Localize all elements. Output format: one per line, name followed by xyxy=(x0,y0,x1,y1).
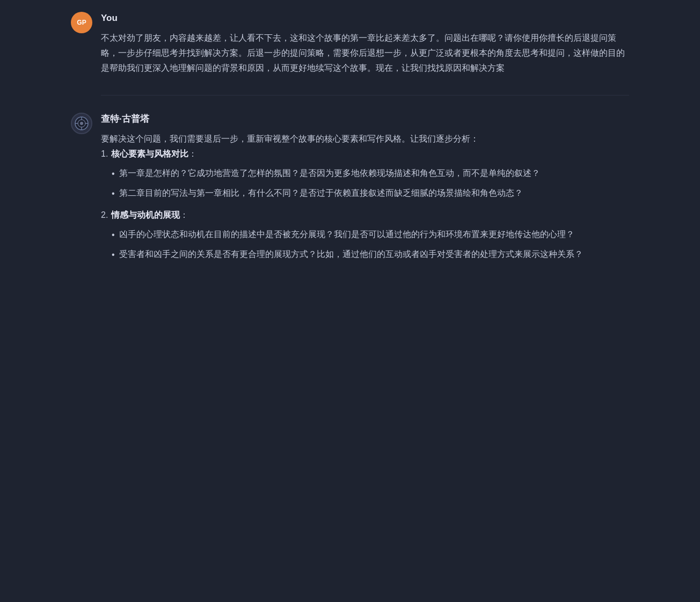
section-2-header: 2. 情感与动机的展现： xyxy=(101,208,629,223)
ai-avatar-icon xyxy=(74,116,89,131)
section-1-number: 1. xyxy=(101,146,108,161)
section-2-bullet-1-text: 凶手的心理状态和动机在目前的描述中是否被充分展现？我们是否可以通过他的行为和环境… xyxy=(119,227,574,243)
user-message-text: 不太对劲了朋友，内容越来越差，让人看不下去，这和这个故事的第一章比起来差太多了。… xyxy=(101,31,629,76)
ai-message-content: 查特·古普塔 要解决这个问题，我们需要退后一步，重新审视整个故事的核心要素和写作… xyxy=(101,112,629,269)
user-message: GP You 不太对劲了朋友，内容越来越差，让人看不下去，这和这个故事的第一章比… xyxy=(71,11,629,76)
user-avatar: GP xyxy=(71,12,92,33)
divider xyxy=(101,95,629,96)
bullet-dot-4: • xyxy=(112,247,115,262)
ai-sections-list: 1. 核心要素与风格对比： • 第一章是怎样的？它成功地营造了怎样的氛围？是否因… xyxy=(101,146,629,262)
section-1-bullet-1: • 第一章是怎样的？它成功地营造了怎样的氛围？是否因为更多地依赖现场描述和角色互… xyxy=(112,166,629,181)
section-1-bullets: • 第一章是怎样的？它成功地营造了怎样的氛围？是否因为更多地依赖现场描述和角色互… xyxy=(112,166,629,201)
section-1-bullet-2-text: 第二章目前的写法与第一章相比，有什么不同？是否过于依赖直接叙述而缺乏细腻的场景描… xyxy=(119,186,523,201)
bullet-dot-3: • xyxy=(112,227,115,243)
section-2-colon: ： xyxy=(180,210,188,219)
section-2-bullet-2: • 受害者和凶手之间的关系是否有更合理的展现方式？比如，通过他们的互动或者凶手对… xyxy=(112,247,629,262)
svg-point-2 xyxy=(80,122,83,125)
ai-avatar xyxy=(71,113,92,134)
ai-name: 查特·古普塔 xyxy=(101,112,629,127)
user-name: You xyxy=(101,11,629,26)
ai-intro-text: 要解决这个问题，我们需要退后一步，重新审视整个故事的核心要素和写作风格。让我们逐… xyxy=(101,131,629,262)
chat-container: GP You 不太对劲了朋友，内容越来越差，让人看不下去，这和这个故事的第一章比… xyxy=(55,0,645,299)
section-2-number: 2. xyxy=(101,208,108,223)
section-2-bullet-2-text: 受害者和凶手之间的关系是否有更合理的展现方式？比如，通过他们的互动或者凶手对受害… xyxy=(119,247,583,262)
section-2: 2. 情感与动机的展现： • 凶手的心理状态和动机在目前的描述中是否被充分展现？… xyxy=(101,208,629,262)
user-message-content: You 不太对劲了朋友，内容越来越差，让人看不下去，这和这个故事的第一章比起来差… xyxy=(101,11,629,76)
section-1-bullet-1-text: 第一章是怎样的？它成功地营造了怎样的氛围？是否因为更多地依赖现场描述和角色互动，… xyxy=(119,166,540,181)
user-avatar-initials: GP xyxy=(77,17,86,28)
section-1-title: 核心要素与风格对比 xyxy=(111,149,188,158)
section-2-title: 情感与动机的展现 xyxy=(111,210,180,219)
section-1-header: 1. 核心要素与风格对比： xyxy=(101,146,629,161)
ai-avatar-inner xyxy=(72,114,91,133)
section-2-bullets: • 凶手的心理状态和动机在目前的描述中是否被充分展现？我们是否可以通过他的行为和… xyxy=(112,227,629,262)
section-1: 1. 核心要素与风格对比： • 第一章是怎样的？它成功地营造了怎样的氛围？是否因… xyxy=(101,146,629,201)
section-1-bullet-2: • 第二章目前的写法与第一章相比，有什么不同？是否过于依赖直接叙述而缺乏细腻的场… xyxy=(112,186,629,201)
bullet-dot-1: • xyxy=(112,166,115,181)
section-2-bullet-1: • 凶手的心理状态和动机在目前的描述中是否被充分展现？我们是否可以通过他的行为和… xyxy=(112,227,629,243)
section-1-colon: ： xyxy=(188,149,197,158)
bullet-dot-2: • xyxy=(112,186,115,201)
ai-message: 查特·古普塔 要解决这个问题，我们需要退后一步，重新审视整个故事的核心要素和写作… xyxy=(71,112,629,269)
ai-intro: 要解决这个问题，我们需要退后一步，重新审视整个故事的核心要素和写作风格。让我们逐… xyxy=(101,134,479,143)
